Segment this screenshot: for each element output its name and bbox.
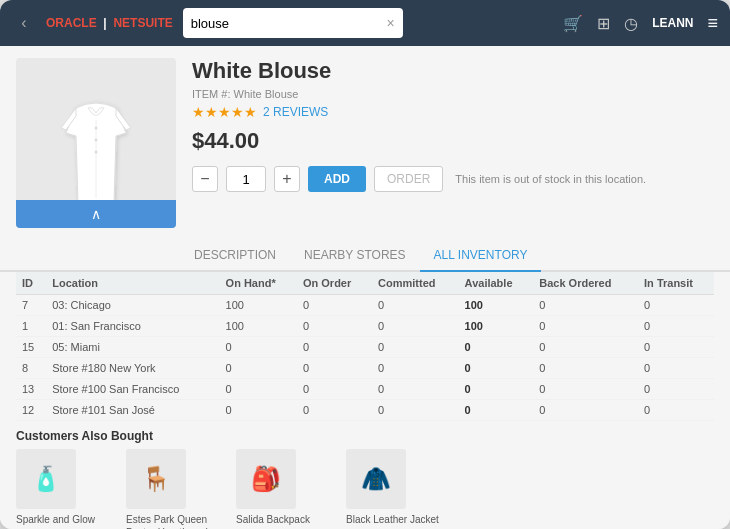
main-content: ∧ White Blouse ITEM #: White Blouse ★★★★… (0, 46, 730, 529)
table-row: 7 03: Chicago 100 0 0 100 0 0 (16, 295, 714, 316)
product-details: White Blouse ITEM #: White Blouse ★★★★★ … (192, 58, 714, 228)
grid-icon[interactable]: ⊞ (597, 14, 610, 33)
cell-on-hand: 0 (220, 337, 297, 358)
cell-location: Store #100 San Francisco (46, 379, 219, 400)
search-clear-icon[interactable]: × (387, 15, 395, 31)
cell-in-transit: 0 (638, 295, 714, 316)
cell-committed: 0 (372, 295, 459, 316)
product-title: White Blouse (192, 58, 714, 84)
cell-in-transit: 0 (638, 337, 714, 358)
tab-all-inventory[interactable]: ALL INVENTORY (420, 240, 542, 272)
inventory-section: ID Location On Hand* On Order Committed … (0, 272, 730, 429)
history-icon[interactable]: ◷ (624, 14, 638, 33)
list-item[interactable]: 🧴 Sparkle and Glow $22.00 (16, 449, 116, 529)
col-header-on-order: On Order (297, 272, 372, 295)
cell-back-ordered: 0 (533, 295, 638, 316)
card-image: 🪑 (126, 449, 186, 509)
search-input[interactable] (191, 16, 387, 31)
product-cards: 🧴 Sparkle and Glow $22.00 🪑 Estes Park Q… (16, 449, 714, 529)
also-bought-title: Customers Also Bought (16, 429, 714, 443)
cell-available: 0 (459, 337, 534, 358)
order-button[interactable]: ORDER (374, 166, 443, 192)
col-header-available: Available (459, 272, 534, 295)
col-header-back-ordered: Back Ordered (533, 272, 638, 295)
product-image-container: ∧ (16, 58, 176, 228)
card-name: Salida Backpack (236, 513, 310, 526)
cell-on-order: 0 (297, 400, 372, 421)
col-header-id: ID (16, 272, 46, 295)
svg-point-1 (95, 127, 98, 130)
cell-location: Store #101 San José (46, 400, 219, 421)
cell-on-hand: 100 (220, 316, 297, 337)
list-item[interactable]: 🎒 Salida Backpack $80.00 (236, 449, 336, 529)
cell-location: 01: San Francisco (46, 316, 219, 337)
quantity-increase-button[interactable]: + (274, 166, 300, 192)
cell-in-transit: 0 (638, 400, 714, 421)
cell-on-order: 0 (297, 379, 372, 400)
product-rating: ★★★★★ 2 REVIEWS (192, 104, 714, 120)
cell-available: 0 (459, 400, 534, 421)
table-row: 15 05: Miami 0 0 0 0 0 0 (16, 337, 714, 358)
quantity-input[interactable] (226, 166, 266, 192)
cell-back-ordered: 0 (533, 337, 638, 358)
cell-on-order: 0 (297, 295, 372, 316)
back-button[interactable]: ‹ (12, 11, 36, 35)
table-row: 8 Store #180 New York 0 0 0 0 0 0 (16, 358, 714, 379)
add-to-cart-button[interactable]: ADD (308, 166, 366, 192)
cell-id: 13 (16, 379, 46, 400)
cell-id: 15 (16, 337, 46, 358)
search-bar: × (183, 8, 403, 38)
svg-point-3 (95, 151, 98, 154)
cell-in-transit: 0 (638, 358, 714, 379)
table-row: 13 Store #100 San Francisco 0 0 0 0 0 0 (16, 379, 714, 400)
cart-icon[interactable]: 🛒 (563, 14, 583, 33)
cell-location: 05: Miami (46, 337, 219, 358)
cell-id: 12 (16, 400, 46, 421)
cell-back-ordered: 0 (533, 316, 638, 337)
tab-description[interactable]: DESCRIPTION (180, 240, 290, 272)
table-row: 12 Store #101 San José 0 0 0 0 0 0 (16, 400, 714, 421)
col-header-in-transit: In Transit (638, 272, 714, 295)
cell-in-transit: 0 (638, 316, 714, 337)
card-name: Sparkle and Glow (16, 513, 95, 526)
cell-location: 03: Chicago (46, 295, 219, 316)
cell-available: 0 (459, 358, 534, 379)
col-header-on-hand: On Hand* (220, 272, 297, 295)
netsuite-text: NETSUITE (113, 16, 172, 30)
out-of-stock-message: This item is out of stock in this locati… (455, 173, 646, 185)
list-item[interactable]: 🪑 Estes Park Queen Poster Heartboard $67… (126, 449, 226, 529)
product-actions: − + ADD ORDER This item is out of stock … (192, 166, 714, 192)
cell-available: 100 (459, 316, 534, 337)
cell-id: 7 (16, 295, 46, 316)
col-header-location: Location (46, 272, 219, 295)
cell-on-order: 0 (297, 358, 372, 379)
cell-on-hand: 100 (220, 295, 297, 316)
header-icons: 🛒 ⊞ ◷ LEANN ≡ (563, 13, 718, 34)
svg-point-2 (95, 139, 98, 142)
cell-back-ordered: 0 (533, 400, 638, 421)
inventory-tabs: DESCRIPTION NEARBY STORES ALL INVENTORY (0, 240, 730, 272)
menu-icon[interactable]: ≡ (707, 13, 718, 34)
cell-back-ordered: 0 (533, 358, 638, 379)
cell-committed: 0 (372, 379, 459, 400)
list-item[interactable]: 🧥 Black Leather Jacket $289.00 (346, 449, 446, 529)
reviews-link[interactable]: 2 REVIEWS (263, 105, 328, 119)
cell-on-hand: 0 (220, 400, 297, 421)
product-item-number: ITEM #: White Blouse (192, 88, 714, 100)
also-bought-section: Customers Also Bought 🧴 Sparkle and Glow… (16, 429, 714, 529)
tab-nearby-stores[interactable]: NEARBY STORES (290, 240, 420, 272)
card-image: 🎒 (236, 449, 296, 509)
cell-on-hand: 0 (220, 358, 297, 379)
cell-available: 100 (459, 295, 534, 316)
cell-committed: 0 (372, 337, 459, 358)
quantity-decrease-button[interactable]: − (192, 166, 218, 192)
user-name: LEANN (652, 16, 693, 30)
product-price: $44.00 (192, 128, 714, 154)
cell-id: 1 (16, 316, 46, 337)
logo: ORACLE | NETSUITE (46, 16, 173, 30)
card-image: 🧥 (346, 449, 406, 509)
product-area: ∧ White Blouse ITEM #: White Blouse ★★★★… (0, 46, 730, 240)
cell-committed: 0 (372, 316, 459, 337)
cell-available: 0 (459, 379, 534, 400)
card-name: Estes Park Queen Poster Heartboard (126, 513, 226, 529)
